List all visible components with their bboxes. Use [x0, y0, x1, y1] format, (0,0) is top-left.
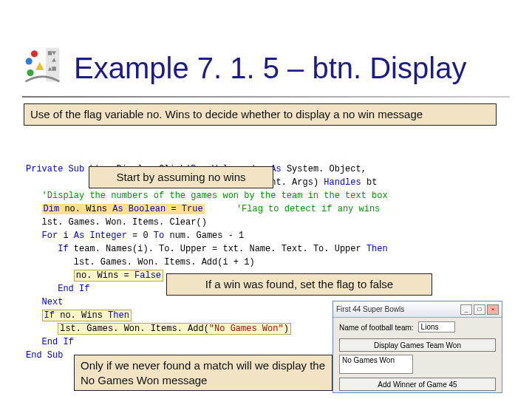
svg-point-9 [27, 69, 33, 76]
svg-rect-5 [52, 66, 56, 71]
svg-point-7 [26, 58, 33, 64]
close-button[interactable]: × [487, 304, 499, 315]
slide-logo [22, 44, 63, 85]
window-buttons: _ □ × [460, 304, 499, 315]
annotation-main: Use of the flag variable no. Wins to dec… [24, 103, 497, 126]
annotation-only: Only if we never found a match will we d… [74, 355, 332, 391]
team-label: Name of football team: [339, 324, 414, 332]
add-winner-button[interactable]: Add Winner of Game 45 [339, 378, 496, 391]
app-title: First 44 Super Bowls [336, 305, 404, 313]
app-body: Name of football team: Lions Display Gam… [333, 318, 502, 395]
svg-marker-8 [35, 62, 44, 70]
maximize-button[interactable]: □ [474, 304, 485, 315]
title-underline [22, 96, 510, 98]
annotation-flag: If a win was found, set the flag to fals… [166, 273, 432, 296]
svg-point-6 [31, 50, 38, 57]
svg-rect-1 [48, 51, 52, 55]
annotation-start: Start by assuming no wins [89, 166, 273, 188]
app-window: First 44 Super Bowls _ □ × Name of footb… [332, 301, 502, 393]
display-button[interactable]: Display Games Team Won [339, 338, 496, 352]
page-title: Example 7. 1. 5 – btn. Display [74, 52, 466, 85]
games-list[interactable]: No Games Won [339, 355, 413, 374]
app-titlebar: First 44 Super Bowls _ □ × [333, 301, 502, 318]
list-item: No Games Won [342, 356, 395, 364]
minimize-button[interactable]: _ [460, 304, 472, 315]
team-input[interactable]: Lions [418, 321, 455, 332]
